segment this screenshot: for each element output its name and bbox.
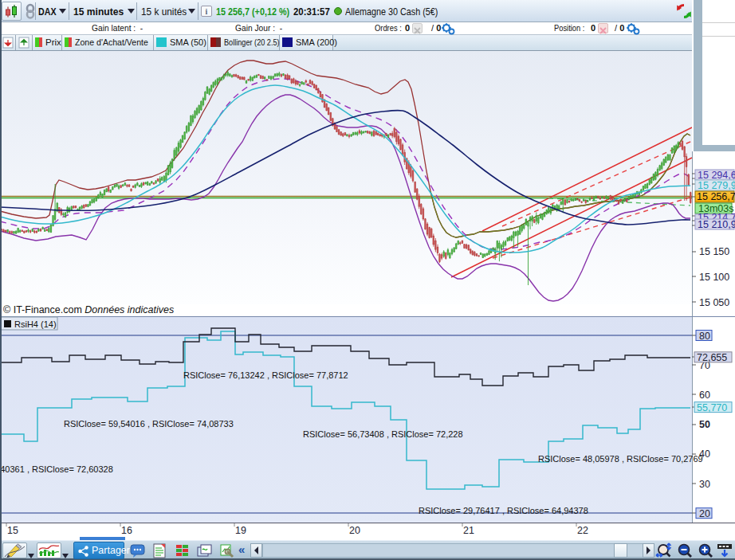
svg-text:55,770: 55,770 [697,402,727,413]
svg-text:15 210,9: 15 210,9 [698,219,735,230]
svg-text:60: 60 [699,390,710,401]
svg-text:15 294,6: 15 294,6 [698,170,735,181]
svg-text:15 150: 15 150 [699,246,729,257]
svg-text:15 256,7: 15 256,7 [697,191,735,202]
svg-text:15 050: 15 050 [699,297,729,308]
svg-text:RsiH4 (14): RsiH4 (14) [14,319,57,329]
svg-text:40: 40 [699,448,710,460]
svg-text:30: 30 [699,479,710,490]
svg-text:15: 15 [7,525,18,536]
svg-text:20: 20 [349,525,360,536]
svg-text:16: 16 [121,525,132,536]
svg-text:22: 22 [577,525,588,536]
svg-text:RSIClose= 56,73408 , RSIClose=: RSIClose= 56,73408 , RSIClose= 72,228 [303,429,463,439]
svg-text:19: 19 [235,525,246,536]
svg-text:RSIClose= 72,40361 , RSIClose=: RSIClose= 72,40361 , RSIClose= 72,60328 [0,464,113,474]
svg-text:RSIClose= 29,76417 , RSIClose=: RSIClose= 29,76417 , RSIClose= 64,94378 [419,506,588,515]
svg-text:© IT-Finance.com Données indic: © IT-Finance.com Données indicatives [3,304,174,315]
svg-text:15 279,9: 15 279,9 [698,180,735,191]
svg-text:72,655: 72,655 [697,352,727,363]
svg-text:RSIClose= 76,13242 , RSIClose=: RSIClose= 76,13242 , RSIClose= 77,8712 [183,370,348,380]
svg-text:RSIClose= 59,54016 , RSIClose=: RSIClose= 59,54016 , RSIClose= 74,08733 [64,419,234,429]
svg-text:80: 80 [699,331,710,342]
svg-text:50: 50 [699,419,710,430]
svg-text:20: 20 [699,508,710,519]
svg-text:RSIClose= 48,05978 , RSIClose=: RSIClose= 48,05978 , RSIClose= 70,2769 [538,454,703,464]
svg-text:15 100: 15 100 [699,272,729,283]
svg-text:21: 21 [463,525,474,536]
